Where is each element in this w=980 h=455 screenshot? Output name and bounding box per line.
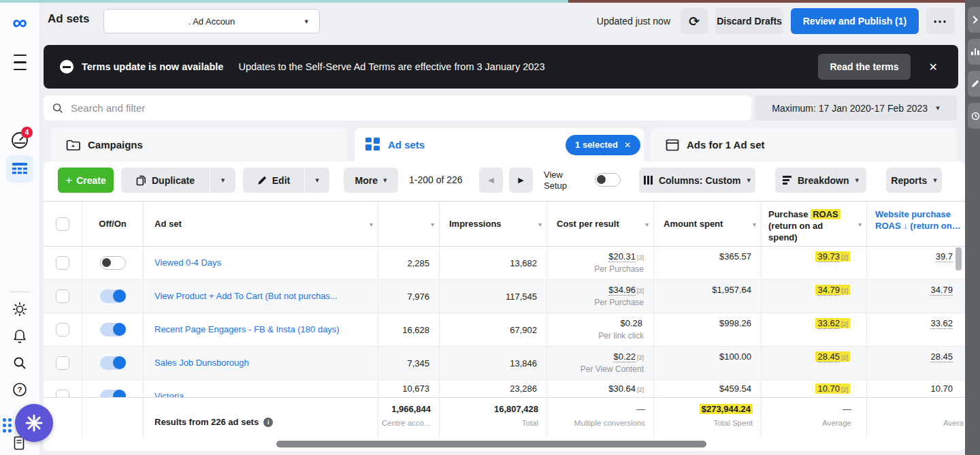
row-checkbox[interactable] bbox=[56, 256, 69, 270]
info-icon[interactable]: i bbox=[263, 418, 273, 427]
columns-icon bbox=[644, 176, 653, 185]
charts-panel-button[interactable] bbox=[968, 39, 980, 65]
terms-banner: Terms update is now available Updates to… bbox=[44, 45, 958, 89]
settings-icon[interactable] bbox=[0, 301, 39, 317]
account-overview-icon[interactable]: 4 bbox=[0, 131, 39, 150]
col-amount-spent[interactable]: Amount spent ▾ bbox=[653, 202, 761, 246]
col-results[interactable]: ▾ bbox=[378, 202, 439, 246]
col-purchase-roas[interactable]: Purchase ROAS (return on ad spend) ▾ bbox=[761, 202, 866, 246]
more-options-button[interactable]: ●●● bbox=[926, 8, 955, 34]
date-range-selector[interactable]: Maximum: 17 Jan 2020-17 Feb 2023 ▾ bbox=[755, 95, 957, 121]
top-accent-stripe bbox=[0, 0, 980, 3]
adset-toggle[interactable] bbox=[100, 256, 126, 270]
right-tool-rail bbox=[965, 0, 980, 455]
edit-dropdown-button[interactable]: ▾ bbox=[305, 168, 329, 193]
read-terms-button[interactable]: Read the terms bbox=[818, 54, 911, 80]
sort-caret-icon[interactable]: ▾ bbox=[538, 220, 542, 227]
edit-panel-button[interactable] bbox=[968, 71, 980, 97]
duplicate-dropdown-button[interactable]: ▾ bbox=[210, 168, 235, 193]
view-setup-toggle[interactable] bbox=[595, 173, 621, 187]
table-header: Off/On Ad set ▾ ▾ Impressions ▾ Cost per… bbox=[44, 201, 965, 247]
purchase-roas-cell: 28.45[2] bbox=[761, 347, 866, 379]
horizontal-scrollbar[interactable] bbox=[276, 441, 706, 448]
col-cost-per-result[interactable]: Cost per result ▾ bbox=[546, 202, 653, 246]
adset-name-link[interactable]: View Product + Add To Cart (But not purc… bbox=[143, 280, 378, 313]
adset-name-link[interactable]: Sales Job Dunsborough bbox=[143, 347, 378, 379]
adset-name-link[interactable]: Recent Page Engagers - FB & Insta (180 d… bbox=[143, 313, 378, 346]
pagination-next-button[interactable]: ▶ bbox=[509, 168, 533, 193]
select-all-checkbox[interactable] bbox=[56, 217, 69, 231]
duplicate-button[interactable]: Duplicate bbox=[121, 168, 210, 193]
collapse-panel-button[interactable] bbox=[968, 7, 980, 33]
spent-cell: $100.00 bbox=[653, 347, 761, 379]
tab-ad-sets-label: Ad sets bbox=[388, 139, 425, 151]
history-panel-button[interactable] bbox=[968, 103, 980, 129]
col-website-purchase-roas[interactable]: Website purchase ROAS ↓ (return on… bbox=[866, 202, 965, 246]
row-checkbox[interactable] bbox=[56, 323, 69, 336]
sidebar-item-ads-manager-active[interactable] bbox=[6, 155, 33, 183]
pencil-icon bbox=[257, 176, 267, 185]
tab-ad-sets[interactable]: Ad sets 1 selected ✕ bbox=[355, 128, 644, 161]
sort-caret-icon[interactable]: ▾ bbox=[858, 218, 862, 230]
banner-close-icon[interactable]: ✕ bbox=[929, 61, 938, 74]
drag-handle-dots-icon[interactable] bbox=[2, 418, 13, 435]
ad-account-value: . Ad Accoun bbox=[189, 16, 235, 27]
row-checkbox[interactable] bbox=[56, 356, 69, 370]
row-checkbox[interactable] bbox=[56, 289, 69, 303]
clock-icon bbox=[971, 112, 980, 121]
col-ad-set[interactable]: Ad set ▾ bbox=[143, 202, 378, 246]
refresh-icon: ⟳ bbox=[689, 14, 700, 29]
vertical-scrollbar[interactable] bbox=[956, 247, 962, 270]
summary-spent: $273,944.24 Total Spent bbox=[653, 398, 761, 439]
create-button[interactable]: + Create bbox=[58, 168, 114, 193]
assistant-fab-button[interactable] bbox=[15, 404, 53, 442]
ad-account-selector[interactable]: . Ad Accoun ▾ bbox=[103, 9, 320, 33]
edit-button[interactable]: Edit bbox=[243, 168, 304, 193]
discard-drafts-button[interactable]: Discard Drafts bbox=[715, 8, 783, 34]
ellipsis-icon: ●●● bbox=[934, 18, 948, 25]
pagination-prev-button[interactable]: ◀ bbox=[479, 168, 503, 193]
columns-button[interactable]: Columns: Custom ▾ bbox=[639, 168, 755, 193]
sort-caret-icon[interactable]: ▾ bbox=[431, 220, 434, 227]
topbar-actions: Updated just now ⟳ Discard Drafts Review… bbox=[597, 8, 955, 34]
table-row[interactable]: Viewed 0-4 Days 2,285 13,682 $20.31[2] P… bbox=[44, 247, 965, 280]
results-cell: 7,976 bbox=[378, 280, 439, 313]
tab-ads[interactable]: Ads for 1 Ad set bbox=[651, 128, 957, 161]
sort-caret-icon[interactable]: ▾ bbox=[645, 220, 649, 227]
table-row[interactable]: View Product + Add To Cart (But not purc… bbox=[44, 280, 965, 313]
table-row[interactable]: Recent Page Engagers - FB & Insta (180 d… bbox=[44, 313, 965, 347]
meta-logo-icon[interactable]: ∞ bbox=[0, 12, 39, 33]
notifications-icon[interactable] bbox=[0, 328, 39, 345]
col-impressions[interactable]: Impressions ▾ bbox=[439, 202, 546, 246]
search-filter-bar[interactable] bbox=[44, 95, 751, 121]
sort-caret-icon[interactable]: ▾ bbox=[370, 220, 373, 227]
adset-toggle[interactable] bbox=[100, 289, 126, 303]
breakdown-button[interactable]: Breakdown ▾ bbox=[775, 168, 866, 193]
chevron-down-icon: ▾ bbox=[747, 176, 751, 185]
chevron-down-icon: ▾ bbox=[383, 176, 387, 185]
refresh-button[interactable]: ⟳ bbox=[681, 8, 708, 34]
menu-icon[interactable] bbox=[0, 52, 39, 73]
cost-cell: $20.31[2] Per Purchase bbox=[546, 247, 653, 279]
chevron-down-icon: ▾ bbox=[221, 176, 225, 185]
table-row[interactable]: Sales Job Dunsborough 7,345 13,846 $0.22… bbox=[44, 347, 965, 380]
ads-window-icon bbox=[666, 139, 679, 151]
sort-caret-icon[interactable]: ▾ bbox=[753, 220, 756, 227]
search-input[interactable] bbox=[71, 102, 743, 114]
clear-selection-icon[interactable]: ✕ bbox=[624, 140, 631, 150]
duplicate-icon bbox=[136, 175, 146, 186]
adset-toggle[interactable] bbox=[100, 356, 126, 370]
summary-roas: — Average bbox=[761, 398, 866, 439]
reports-button[interactable]: Reports ▾ bbox=[886, 168, 942, 193]
tab-campaigns[interactable]: Campaigns bbox=[51, 128, 348, 161]
cost-cell: $34.96[2] Per Purchase bbox=[546, 280, 653, 313]
selected-filter-pill[interactable]: 1 selected ✕ bbox=[566, 135, 640, 155]
more-actions-button[interactable]: More ▾ bbox=[344, 168, 398, 193]
search-icon[interactable] bbox=[0, 355, 39, 371]
adset-name-link[interactable]: Viewed 0-4 Days bbox=[143, 247, 378, 279]
chevron-down-icon: ▾ bbox=[855, 176, 859, 185]
review-publish-button[interactable]: Review and Publish (1) bbox=[791, 8, 919, 34]
banner-message: Updates to the Self-Serve Ad Terms are e… bbox=[238, 61, 544, 72]
help-icon[interactable]: ? bbox=[0, 381, 39, 398]
adset-toggle[interactable] bbox=[100, 323, 126, 336]
